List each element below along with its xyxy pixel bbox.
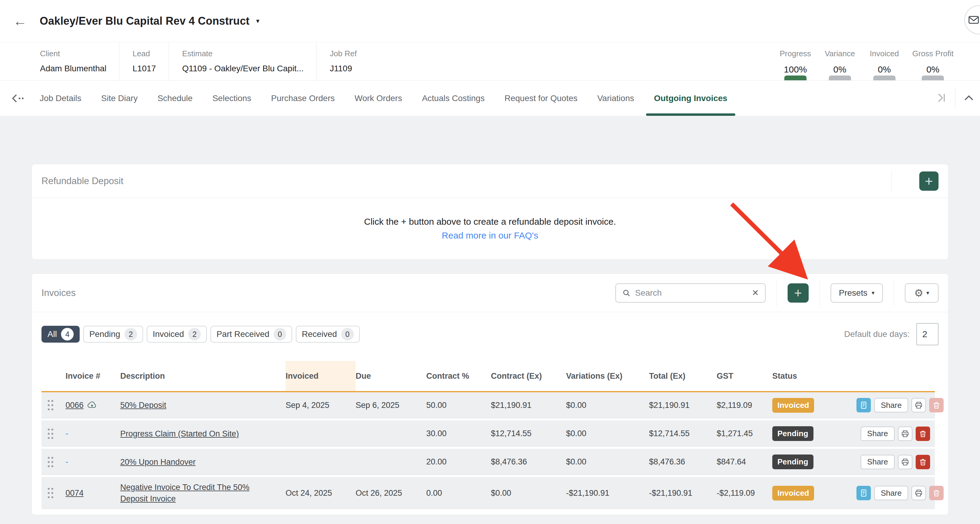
invoice-number-cell: 0066 [65,397,120,414]
column-header-contract-ex-: Contract (Ex) [491,361,566,391]
drag-handle-cell [41,487,65,499]
tabs-scroll-left-icon[interactable] [11,93,32,104]
invoices-table-body: 006650% DepositSep 4, 2025Sep 6, 202550.… [41,392,935,509]
tab-work-orders[interactable]: Work Orders [355,81,402,116]
settings-button[interactable]: ⚙ ▾ [905,284,939,303]
value-contract-percent: 50.00 [426,401,447,410]
filter-chip-all[interactable]: All4 [41,326,80,342]
drag-handle[interactable] [47,487,54,499]
job-info-field-job-ref: Job RefJ1109 [330,42,369,80]
tab-request-for-quotes[interactable]: Request for Quotes [504,81,578,116]
value-variations-ex: $0.00 [566,457,587,466]
drag-handle[interactable] [47,456,54,468]
default-due-days-input[interactable] [916,323,939,345]
value-invoiced-date: Sep 4, 2025 [286,401,329,410]
invoice-number-link[interactable]: - [65,457,68,467]
divider [955,88,955,108]
clear-search-icon[interactable]: ✕ [752,288,759,298]
share-button[interactable]: Share [861,455,895,469]
view-invoice-button[interactable] [856,398,871,413]
invoice-description-link[interactable]: 20% Upon Handover [120,456,196,468]
cell-variations-ex: $0.00 [566,457,649,467]
filter-chip-count: 0 [341,328,354,341]
invoice-actions: Share [856,455,935,469]
faq-link[interactable]: Read more in our FAQ's [442,231,538,240]
share-button[interactable]: Share [874,486,908,500]
value-variations-ex: $0.00 [566,429,587,438]
job-info-value: Q1109 - Oakley/Ever Blu Capit... [182,64,304,73]
tab-actuals-costings[interactable]: Actuals Costings [422,81,485,116]
job-info-field-client: ClientAdam Blumenthal [40,42,119,80]
invoice-description-link[interactable]: Negative Invoice To Credit The 50% Depos… [120,482,264,505]
value-contract-ex: $0.00 [491,489,511,497]
status-cell: Pending [772,426,856,441]
page-title[interactable]: Oakley/Ever Blu Capital Rev 4 Construct [40,15,250,27]
delete-button[interactable] [916,455,930,469]
invoice-number-link[interactable]: 0066 [65,401,84,410]
value-total-ex: $8,476.36 [649,457,685,466]
invoice-row: -20% Upon Handover20.00$8,476.36$0.00$8,… [41,449,935,475]
tab-selections[interactable]: Selections [213,81,251,116]
column-header-label: Contract % [426,371,469,381]
add-refundable-deposit-button[interactable]: + [919,172,939,191]
invoice-description-link[interactable]: Progress Claim (Started On Site) [120,428,239,440]
cell-invoiced-date: Sep 4, 2025 [286,401,356,410]
tab-outgoing-invoices[interactable]: Outgoing Invoices [654,81,727,116]
drag-handle[interactable] [47,427,54,440]
filter-chip-received[interactable]: Received0 [296,326,360,342]
job-stat-bar [873,75,896,80]
tab-variations[interactable]: Variations [597,81,634,116]
filter-chip-pending[interactable]: Pending2 [83,326,143,342]
tab-purchase-orders[interactable]: Purchase Orders [271,81,335,116]
content-area: Refundable Deposit + Click the + button … [0,116,980,524]
chevron-up-icon[interactable] [964,94,974,102]
tab-job-details[interactable]: Job Details [40,81,81,116]
view-invoice-button[interactable] [856,486,871,500]
title-caret-down-icon[interactable]: ▾ [256,17,259,25]
delete-button[interactable] [916,427,930,441]
job-info-label: Lead [132,49,156,58]
cell-gst: $1,271.45 [717,429,772,438]
add-invoice-button[interactable]: + [788,284,809,303]
print-button[interactable] [912,398,926,413]
refundable-deposit-panel: Refundable Deposit + Click the + button … [32,164,948,260]
invoice-number-link[interactable]: - [65,429,68,438]
job-stat-bar [922,75,944,80]
filter-chip-part-received[interactable]: Part Received0 [210,326,292,342]
tab-site-diary[interactable]: Site Diary [101,81,138,116]
cell-due-date: Sep 6, 2025 [356,401,426,410]
job-info-label: Job Ref [330,49,357,58]
job-info-label: Client [40,49,107,58]
cell-contract-percent: 50.00 [426,401,491,410]
trash-icon [932,401,940,409]
tab-schedule[interactable]: Schedule [158,81,193,116]
job-info-field-estimate: EstimateQ1109 - Oakley/Ever Blu Capit... [182,42,317,80]
presets-button[interactable]: Presets ▾ [830,284,883,303]
divider [819,280,820,306]
print-button[interactable] [912,486,926,500]
job-info-bar: ClientAdam BlumenthalLeadL1017EstimateQ1… [0,42,980,81]
filter-chip-count: 0 [274,328,286,341]
invoice-number-link[interactable]: 0074 [65,489,84,498]
back-arrow-icon[interactable]: ← [13,13,31,29]
envelope-icon [969,16,979,24]
deposit-empty-message: Click the + button above to create a ref… [364,217,616,227]
print-button[interactable] [898,427,912,441]
tabs-scroll-right-end-icon[interactable] [935,92,947,105]
delete-button[interactable] [929,486,943,500]
cell-invoiced-date: Oct 24, 2025 [286,489,356,498]
drag-handle[interactable] [47,399,54,411]
value-variations-ex: -$21,190.91 [566,489,609,497]
filter-chip-count: 2 [124,328,137,341]
default-due-days: Default due days: [844,323,939,345]
invoice-description-link[interactable]: 50% Deposit [120,400,166,411]
value-due-date: Sep 6, 2025 [356,401,399,410]
share-button[interactable]: Share [874,398,908,413]
print-button[interactable] [898,455,912,469]
mail-button[interactable] [964,5,980,34]
job-stat-label: Gross Profit [912,49,953,58]
share-button[interactable]: Share [861,427,895,441]
delete-button[interactable] [929,398,943,413]
search-input[interactable] [635,288,752,298]
filter-chip-invoiced[interactable]: Invoiced2 [147,326,207,342]
